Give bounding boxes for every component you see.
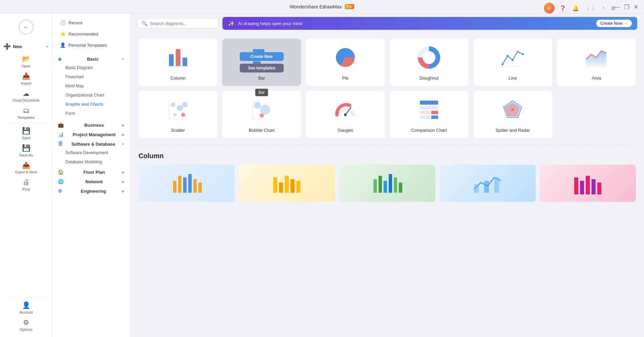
templates-button[interactable]: 🗂 Templates (0, 105, 52, 122)
business-cat-icon: 💼 (58, 122, 64, 128)
bubble-chart-icon (248, 96, 275, 123)
save-button[interactable]: 💾 Save (0, 125, 52, 142)
close-button[interactable]: ✕ (634, 3, 639, 11)
svg-rect-47 (193, 179, 197, 193)
line-chart-icon (499, 44, 526, 71)
app-name: Wondershare EdrawMax (290, 4, 342, 9)
business-chevron: ▶ (122, 123, 125, 127)
svg-rect-62 (494, 177, 499, 193)
save-label: Save (22, 136, 30, 140)
share-icon[interactable]: ↑ (601, 4, 606, 13)
chart-card-scatter[interactable]: Scatter (138, 91, 217, 138)
software-chevron: ▼ (121, 142, 125, 146)
column-section: Column (138, 152, 636, 202)
notification-icon[interactable]: 🔔 (571, 4, 580, 13)
see-templates-bar-button[interactable]: See templates (240, 64, 284, 72)
options-button[interactable]: ⚙ Options (0, 316, 52, 334)
nav-recommended[interactable]: ⭐ Recommended (55, 28, 128, 39)
nav-category-software-db[interactable]: 🗄 Software & Database ▼ (52, 139, 130, 148)
print-icon: 🖨 (23, 178, 29, 186)
column-label: Column (170, 76, 186, 81)
apps-icon[interactable]: ⋮⋮ (584, 4, 597, 13)
help-icon[interactable]: ❓ (558, 4, 567, 13)
cloud-icon: ☁ (23, 89, 29, 98)
chart-card-column[interactable]: Column (138, 39, 217, 86)
nav-sub-form[interactable]: Form (55, 109, 128, 118)
svg-point-21 (181, 113, 185, 117)
engineering-cat-icon: ⚙ (58, 188, 62, 194)
export-button[interactable]: 📤 Export & Send (0, 159, 52, 176)
chart-card-bubble[interactable]: Bubble Chart (222, 91, 301, 138)
nav-sub-basic-diagram[interactable]: Basic Diagram (55, 63, 128, 72)
chart-card-gauges[interactable]: Gauges (306, 91, 385, 138)
new-expand-icon: + (46, 44, 49, 49)
svg-rect-52 (291, 179, 295, 193)
nav-category-network[interactable]: 🌐 Network ▶ (52, 176, 130, 186)
nav-category-engineering[interactable]: ⚙ Engineering ▶ (52, 186, 130, 195)
chart-card-pie[interactable]: Pie (306, 39, 385, 86)
cloud-button[interactable]: ☁ Cloud Documents (0, 87, 52, 105)
svg-point-12 (501, 63, 503, 65)
nav-recent[interactable]: 🕐 Recent (55, 17, 128, 28)
template-card-5[interactable] (540, 165, 636, 202)
nav-sub-software-dev[interactable]: Software Development (55, 148, 128, 157)
nav-category-project-mgmt[interactable]: 📊 Project Management ▶ (52, 129, 130, 139)
comparison-chart-icon (415, 96, 443, 123)
nav-sub-mind-map[interactable]: Mind Map (55, 82, 128, 90)
account-button[interactable]: 👤 Account (0, 299, 52, 316)
maximize-button[interactable]: ❐ (624, 3, 629, 11)
personal-label: Personal Templates (68, 43, 107, 48)
project-cat-label: Project Management (72, 132, 115, 137)
chart-card-bar[interactable]: Bar Create New See templates Bar (222, 39, 301, 86)
area-label: Area (592, 76, 601, 81)
nav-category-floor-plan[interactable]: 🏠 Floor Plan ▶ (52, 167, 130, 176)
nav-sub-flowchart[interactable]: Flowchart (55, 72, 128, 81)
area-chart-icon (583, 44, 610, 71)
nav-category-business[interactable]: 💼 Business ▶ (52, 120, 130, 129)
search-box[interactable]: 🔍 (137, 18, 218, 28)
basic-chevron: ▼ (121, 57, 125, 61)
nav-sub-db-modeling[interactable]: Database Modeling (55, 157, 128, 166)
business-cat-label: Business (84, 123, 104, 128)
create-new-bar-button[interactable]: Create New (240, 52, 284, 61)
main-content: 🔍 ✨ AI drawing helps open your mind Crea… (130, 14, 644, 337)
ai-banner[interactable]: ✨ AI drawing helps open your mind Create… (222, 17, 637, 30)
nav-personal-templates[interactable]: 👤 Personal Templates (55, 40, 128, 50)
import-button[interactable]: 📥 Import (0, 70, 52, 87)
chart-card-line[interactable]: Line (473, 39, 552, 86)
chart-card-spider[interactable]: Spider and Radar (473, 91, 552, 138)
floor-plan-cat-label: Floor Plan (83, 170, 105, 175)
chart-card-area[interactable]: Area (557, 39, 636, 86)
search-input[interactable] (150, 21, 214, 26)
db-modeling-label: Database Modeling (65, 160, 102, 164)
new-button[interactable]: ➕ New + (0, 40, 52, 53)
nav-sub-graphs-charts[interactable]: Graphs and Charts (55, 100, 128, 109)
template-card-3[interactable] (339, 165, 435, 202)
svg-rect-45 (183, 177, 187, 193)
window-controls[interactable]: — ❐ ✕ (614, 3, 639, 11)
settings-icon[interactable]: ⚙ (609, 4, 617, 13)
template-card-4[interactable] (439, 165, 536, 202)
nav-category-basic[interactable]: ◆ Basic ▼ (52, 54, 130, 63)
svg-rect-61 (484, 181, 489, 193)
svg-rect-66 (592, 179, 596, 194)
chart-card-comparison[interactable]: Comparison Chart (390, 91, 469, 138)
chart-card-doughnut[interactable]: Doughnut (390, 39, 469, 86)
back-button[interactable]: ← (19, 20, 34, 35)
save-as-button[interactable]: 💾 Save As (0, 142, 52, 159)
create-now-button[interactable]: Create Now → (596, 20, 632, 27)
user-avatar[interactable]: U (544, 3, 555, 14)
pie-label: Pie (342, 76, 349, 81)
nav-sub-org-chart[interactable]: Organizational Chart (55, 91, 128, 100)
open-label: Open (22, 64, 31, 68)
template-card-1[interactable] (138, 165, 235, 202)
chart-grid: Column Bar (138, 39, 636, 138)
template-card-2[interactable] (239, 165, 335, 202)
pie-chart-icon (332, 44, 359, 71)
templates-label: Templates (18, 115, 35, 120)
form-label: Form (65, 111, 75, 116)
print-button[interactable]: 🖨 Print (0, 176, 52, 193)
svg-rect-60 (474, 184, 479, 193)
gauges-label: Gauges (338, 128, 353, 133)
open-button[interactable]: 📂 Open (0, 53, 52, 70)
